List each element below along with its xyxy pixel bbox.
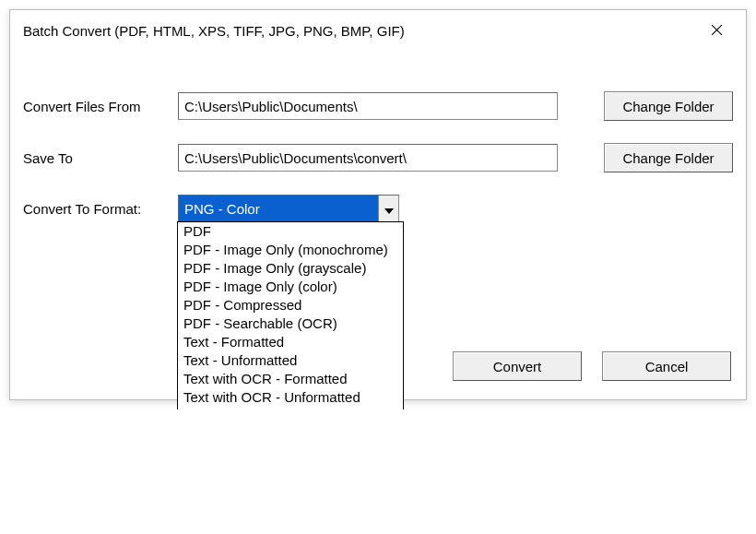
close-button[interactable] xyxy=(698,18,735,43)
format-option[interactable]: PDF xyxy=(178,222,403,241)
format-option[interactable]: Text with OCR - Formatted xyxy=(178,370,403,388)
format-option[interactable]: JPEG - Grayscale xyxy=(178,407,403,409)
format-combo-arrow xyxy=(378,196,398,221)
close-icon xyxy=(711,23,723,39)
format-option[interactable]: PDF - Compressed xyxy=(178,296,403,314)
format-option[interactable]: Text with OCR - Unformatted xyxy=(178,388,403,407)
save-to-label: Save To xyxy=(23,150,178,166)
format-option[interactable]: Text - Formatted xyxy=(178,333,403,351)
format-option[interactable]: PDF - Image Only (color) xyxy=(178,278,403,296)
batch-convert-dialog: Batch Convert (PDF, HTML, XPS, TIFF, JPG… xyxy=(9,9,747,400)
titlebar: Batch Convert (PDF, HTML, XPS, TIFF, JPG… xyxy=(10,10,746,51)
format-dropdown-list[interactable]: PDFPDF - Image Only (monochrome)PDF - Im… xyxy=(177,221,404,409)
convert-from-row: Convert Files From Change Folder xyxy=(23,91,733,121)
format-option[interactable]: PDF - Image Only (grayscale) xyxy=(178,259,403,278)
format-option[interactable]: PDF - Searchable (OCR) xyxy=(178,314,403,333)
cancel-button[interactable]: Cancel xyxy=(602,351,731,381)
format-row: Convert To Format: PNG - Color PDFPDF - … xyxy=(23,195,733,222)
change-folder-to-button[interactable]: Change Folder xyxy=(604,143,733,172)
convert-from-input[interactable] xyxy=(178,92,558,120)
format-selected-value: PNG - Color xyxy=(179,196,378,221)
save-to-input[interactable] xyxy=(178,144,558,172)
format-combobox[interactable]: PNG - Color xyxy=(178,195,399,222)
format-option[interactable]: Text - Unformatted xyxy=(178,351,403,370)
chevron-down-icon xyxy=(384,201,394,217)
format-combo-wrap: PNG - Color PDFPDF - Image Only (monochr… xyxy=(178,195,399,222)
convert-button[interactable]: Convert xyxy=(453,351,582,381)
format-label: Convert To Format: xyxy=(23,201,178,217)
convert-from-label: Convert Files From xyxy=(23,99,178,114)
dialog-content: Convert Files From Change Folder Save To… xyxy=(10,51,746,399)
save-to-row: Save To Change Folder xyxy=(23,143,733,172)
format-option[interactable]: PDF - Image Only (monochrome) xyxy=(178,241,403,259)
change-folder-from-button[interactable]: Change Folder xyxy=(604,91,733,121)
window-title: Batch Convert (PDF, HTML, XPS, TIFF, JPG… xyxy=(23,23,405,39)
